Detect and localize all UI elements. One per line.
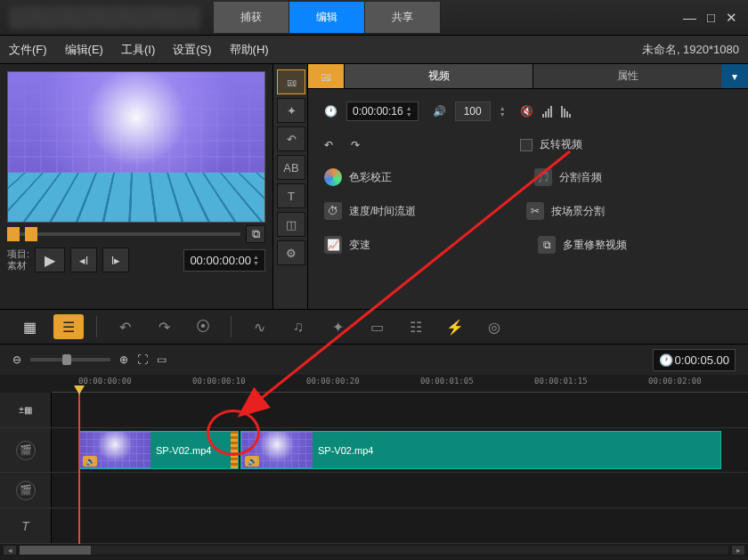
menu-settings[interactable]: 设置(S) (173, 42, 211, 58)
ruler-tick: 00:00:00:00 (78, 377, 132, 386)
tab-edit[interactable]: 编辑 (289, 2, 365, 33)
clip-1[interactable]: SP-V02.mp4 🔊 (78, 431, 239, 469)
rotate-left-button[interactable]: ↶ (324, 137, 333, 152)
clock-icon: 🕐 (324, 105, 337, 118)
auto-music-icon[interactable]: ♫ (283, 314, 313, 339)
minimize-button[interactable]: — (683, 10, 696, 26)
preview-timecode[interactable]: 00:00:00:00▲▼ (183, 249, 265, 272)
motion-icon[interactable]: ⚡ (440, 314, 470, 339)
clip-label: SP-V02.mp4 (318, 445, 373, 456)
trim-bar[interactable] (7, 232, 240, 236)
project-status: 未命名, 1920*1080 (642, 42, 739, 58)
close-button[interactable]: ✕ (726, 10, 737, 26)
undo-icon[interactable]: ↶ (110, 314, 140, 339)
rotate-right-button[interactable]: ↷ (351, 137, 360, 152)
title-track-header[interactable]: T (0, 508, 52, 543)
ruler-tick: 00:00:02:00 (648, 377, 702, 386)
ruler-tick: 00:00:01:05 (420, 377, 474, 386)
scroll-right-icon[interactable]: ▸ (732, 546, 744, 555)
fade-out-icon[interactable] (561, 105, 571, 118)
mode-label: 项目:素材 (7, 248, 29, 272)
zoom-slider[interactable] (30, 358, 110, 361)
track-toggle-header[interactable]: ±▦ (0, 393, 52, 427)
loop-icon[interactable]: ⧉ (246, 225, 265, 243)
overlay-track-header[interactable]: 🎬 (0, 473, 52, 507)
horizontal-scrollbar[interactable] (20, 546, 728, 555)
tool-audio-icon[interactable]: ⚙ (277, 240, 305, 265)
tool-text-icon[interactable]: T (277, 183, 305, 208)
fit-project-icon[interactable]: ⛶ (137, 353, 148, 366)
playhead[interactable] (78, 393, 80, 544)
tool-media-icon[interactable]: 🖭 (277, 69, 305, 94)
menu-edit[interactable]: 编辑(E) (65, 42, 103, 58)
chapter-icon[interactable]: ✦ (322, 314, 353, 339)
fade-in-icon[interactable] (542, 105, 552, 118)
menu-help[interactable]: 帮助(H) (230, 42, 269, 58)
reverse-checkbox[interactable] (520, 139, 533, 151)
app-logo (9, 6, 200, 29)
tracking-icon[interactable]: ◎ (479, 314, 509, 339)
audio-badge-icon: 🔊 (245, 456, 259, 467)
tab-attributes[interactable]: 属性 (533, 64, 721, 88)
trim-right-handle[interactable] (25, 227, 37, 241)
clip-label: SP-V02.mp4 (156, 445, 211, 456)
clip-right-handle[interactable] (231, 432, 238, 468)
tool-transitions-icon[interactable]: ↶ (277, 126, 305, 151)
tool-effects-icon[interactable]: ✦ (277, 98, 305, 123)
multi-trim-button[interactable]: ⧉多重修整视频 (538, 236, 627, 254)
split-audio-button[interactable]: 🎵分割音频 (534, 168, 602, 186)
split-scene-button[interactable]: ✂按场景分割 (526, 202, 605, 220)
timeline-ruler[interactable]: 00:00:00:00 00:00:00:10 00:00:00:20 00:0… (52, 375, 748, 393)
next-frame-button[interactable]: I▸ (102, 248, 129, 272)
menu-tools[interactable]: 工具(I) (121, 42, 155, 58)
timeline-view-icon[interactable]: ☰ (53, 314, 84, 339)
reverse-video-button[interactable]: 反转视频 (520, 137, 582, 152)
track-manager-icon[interactable]: ☷ (401, 314, 431, 339)
duration-field[interactable]: 0:00:00:16▲▼ (346, 101, 419, 121)
zoom-out-icon[interactable]: ⊖ (12, 353, 21, 366)
tab-capture[interactable]: 捕获 (214, 2, 289, 33)
redo-icon[interactable]: ↷ (149, 314, 179, 339)
preview-viewport[interactable] (7, 71, 265, 223)
volume-field[interactable]: 100 (455, 101, 491, 121)
zoom-timecode[interactable]: 🕐 0:00:05.00 (653, 349, 736, 371)
ruler-tick: 00:00:00:10 (192, 377, 246, 386)
storyboard-view-icon[interactable]: ▦ (14, 314, 45, 339)
play-button[interactable]: ▶ (35, 248, 65, 272)
ruler-tick: 00:00:00:20 (306, 377, 360, 386)
tab-share[interactable]: 共享 (365, 2, 441, 33)
fit-clip-icon[interactable]: ▭ (157, 353, 167, 366)
maximize-button[interactable]: □ (707, 10, 715, 26)
zoom-in-icon[interactable]: ⊕ (119, 353, 128, 366)
audio-mixer-icon[interactable]: ∿ (244, 314, 274, 339)
speed-time-button[interactable]: ⏱速度/时间流逝 (324, 202, 416, 220)
video-track-header[interactable]: 🎬 (0, 428, 52, 472)
title-icon: T (16, 516, 36, 536)
scroll-left-icon[interactable]: ◂ (4, 546, 16, 555)
record-icon[interactable]: ⦿ (188, 314, 218, 339)
menu-file[interactable]: 文件(F) (9, 42, 47, 58)
tool-overlay-icon[interactable]: ◫ (277, 212, 305, 237)
film-icon: 🎬 (16, 481, 36, 500)
color-correction-button[interactable]: 色彩校正 (324, 168, 392, 186)
mute-icon[interactable]: 🔇 (520, 105, 533, 118)
trim-left-handle[interactable] (7, 227, 20, 241)
panel-icon: 🖭 (308, 64, 344, 88)
audio-badge-icon: 🔊 (83, 456, 97, 467)
variable-speed-button[interactable]: 📈变速 (324, 236, 370, 254)
ruler-tick: 00:00:01:15 (534, 377, 588, 386)
clip-2[interactable]: SP-V02.mp4 🔊 (240, 431, 721, 469)
subtitle-icon[interactable]: ▭ (362, 314, 392, 339)
tool-title-icon[interactable]: AB (277, 155, 305, 180)
tab-video[interactable]: 视频 (344, 64, 533, 88)
prev-frame-button[interactable]: ◂I (70, 248, 97, 272)
film-icon: 🎬 (16, 441, 36, 460)
speaker-icon: 🔊 (433, 105, 446, 118)
panel-dropdown-icon[interactable]: ▾ (721, 64, 748, 88)
